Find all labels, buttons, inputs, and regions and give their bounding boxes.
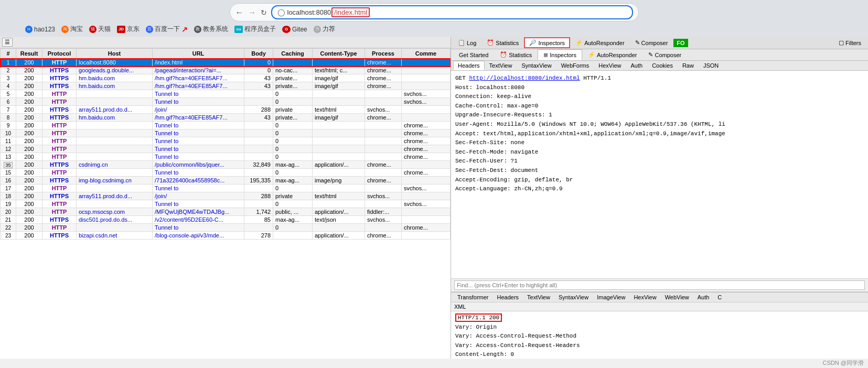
row-result: 200 — [16, 232, 42, 240]
row-content-type — [313, 169, 365, 177]
row-caching: private... — [273, 82, 313, 90]
row-caching: 0 — [273, 129, 313, 137]
secondary-tab-row: Get Started ⏰ Statistics ◼ Inspectors ⚡ … — [451, 49, 868, 61]
table-row[interactable]: 20200HTTPocsp.msocsp.com/MFQwUjBQME4wTDA… — [1, 208, 451, 216]
table-row[interactable]: 2200HTTPSgoogleads.g.double.../pagead/in… — [1, 67, 451, 74]
request-url-link[interactable]: http://localhost:8080/index.html — [469, 75, 580, 81]
insp-tab-syntaxview[interactable]: SyntaxView — [517, 61, 556, 70]
bookmark-tianmao[interactable]: 猫 天猫 — [89, 25, 111, 34]
reload-button[interactable]: ↻ — [261, 8, 267, 17]
row-result: 200 — [16, 177, 42, 185]
col-header-comment: Comme — [402, 49, 451, 59]
row-result: 200 — [16, 169, 42, 177]
table-row[interactable]: 22200HTTPTunnel to0chrome... — [1, 224, 451, 232]
toolbar-btn-1[interactable]: ☰ — [2, 38, 13, 47]
table-row[interactable]: 35200HTTPScsdnimg.cn/public/common/libs/… — [1, 161, 451, 169]
row-icon: 17 — [1, 185, 16, 192]
table-row[interactable]: 8200HTTPShm.baidu.com/hm.gif?hca=40EFE85… — [1, 114, 451, 122]
table-row[interactable]: 12200HTTPTunnel to0chrome... — [1, 145, 451, 153]
bottom-tab-textview[interactable]: TextView — [523, 293, 554, 302]
find-bar — [451, 278, 868, 292]
table-row[interactable]: 16200HTTPSimg-blog.csdnimg.cn/71a3226400… — [1, 177, 451, 185]
insp-tab-cookies[interactable]: Cookies — [647, 61, 678, 70]
insp-tab-json[interactable]: JSON — [699, 61, 723, 70]
table-row[interactable]: 23200HTTPSbizapi.csdn.net/blog-console-a… — [1, 232, 451, 240]
insp-tab-hexview[interactable]: HexView — [594, 61, 626, 70]
bottom-tab-imageview[interactable]: ImageView — [593, 293, 629, 302]
tab-filters[interactable]: ▢ Filters — [834, 38, 866, 48]
row-process: chrome... — [365, 74, 402, 82]
row-protocol: HTTPS — [42, 106, 77, 114]
col-header-host: Host — [77, 49, 153, 59]
bookmark-baidu[interactable]: 百 百度一下 ↗ — [146, 25, 188, 34]
back-button[interactable]: ← — [235, 8, 244, 17]
table-row[interactable]: 15200HTTPTunnel to0chrome... — [1, 169, 451, 177]
insp-tab-headers[interactable]: Headers — [453, 61, 485, 70]
bookmark-jwxt[interactable]: 教 教务系统 — [194, 25, 228, 34]
bookmark-jd[interactable]: JD 京东 — [117, 25, 140, 34]
bottom-tab-transformer[interactable]: Transformer — [453, 293, 493, 302]
row-caching: 0 — [273, 185, 313, 192]
request-table-wrapper[interactable]: # Result Protocol Host URL Body Caching … — [0, 48, 451, 359]
tab-fo[interactable]: FO — [673, 39, 688, 47]
row-comment — [402, 161, 451, 169]
tab-statistics-2[interactable]: ⏰ Statistics — [494, 49, 538, 60]
bottom-tab-hexview[interactable]: HexView — [629, 293, 660, 302]
table-row[interactable]: 4200HTTPShm.baidu.com/hm.gif?hca=40EFE85… — [1, 82, 451, 90]
find-input[interactable] — [454, 280, 865, 290]
table-row[interactable]: 11200HTTPTunnel to0chrome... — [1, 137, 451, 145]
table-row[interactable]: 7200HTTPSarray511.prod.do.d.../join/288p… — [1, 106, 451, 114]
row-comment: svchos... — [402, 98, 451, 106]
row-content-type: image/gif — [313, 74, 365, 82]
table-row[interactable]: 19200HTTPTunnel to0svchos... — [1, 200, 451, 208]
tab-inspectors-2[interactable]: ◼ Inspectors — [538, 49, 582, 60]
row-content-type: application/... — [313, 161, 365, 169]
row-comment — [402, 192, 451, 200]
bottom-tab-syntaxview[interactable]: SyntaxView — [554, 293, 593, 302]
table-row[interactable]: 1200HTTPlocalhost:8080/index.html0chrome… — [1, 59, 451, 67]
table-row[interactable]: 21200HTTPSdisc501.prod.do.ds.../v2/conte… — [1, 216, 451, 224]
bookmark-lijian[interactable]: 力 力荐 — [314, 25, 335, 34]
table-row[interactable]: 5200HTTPTunnel to0svchos... — [1, 90, 451, 98]
row-url: /public/common/libs/jquer... — [153, 161, 244, 169]
right-pane: 📋 Log ⏰ Statistics 🔎 Inspectors ⚡ AutoRe… — [451, 37, 868, 359]
insp-tab-raw[interactable]: Raw — [678, 61, 699, 70]
bottom-tab-auth[interactable]: Auth — [693, 293, 714, 302]
tab-composer-2[interactable]: ✎ Composer — [642, 49, 687, 60]
bookmark-gitee[interactable]: G Gitee — [282, 26, 307, 33]
row-caching: private... — [273, 114, 313, 122]
tab-composer[interactable]: ✎ Composer — [630, 38, 673, 48]
bottom-tab-headers[interactable]: Headers — [493, 293, 523, 302]
table-row[interactable]: 9200HTTPTunnel to0chrome... — [1, 122, 451, 129]
header-line-3: Connection: keep-alive — [455, 92, 864, 102]
insp-tab-auth[interactable]: Auth — [626, 61, 648, 70]
table-row[interactable]: 17200HTTPTunnel to0svchos... — [1, 185, 451, 192]
inspectors-icon-2: ◼ — [543, 51, 548, 58]
tab-autoresponder[interactable]: ⚡ AutoResponder — [571, 38, 629, 48]
row-caching: no-cac... — [273, 67, 313, 74]
table-row[interactable]: 18200HTTPSarray511.prod.do.d.../join/288… — [1, 192, 451, 200]
row-comment: chrome... — [402, 153, 451, 161]
row-caching: 0 — [273, 90, 313, 98]
table-row[interactable]: 10200HTTPTunnel to0chrome... — [1, 129, 451, 137]
row-caching: 0 — [273, 122, 313, 129]
bookmark-cxybox[interactable]: cu 程序员盒子 — [234, 25, 276, 34]
bottom-tab-c[interactable]: C — [713, 293, 726, 302]
tab-log[interactable]: 📋 Log — [453, 38, 481, 48]
table-row[interactable]: 6200HTTPTunnel to0svchos... — [1, 98, 451, 106]
tab-autoresponder-2[interactable]: ⚡ AutoResponder — [582, 49, 642, 60]
row-protocol: HTTP — [42, 59, 77, 67]
row-body: 32,849 — [244, 161, 273, 169]
tab-get-started[interactable]: Get Started — [453, 50, 494, 60]
tab-inspectors[interactable]: 🔎 Inspectors — [524, 38, 570, 48]
insp-tab-textview[interactable]: TextView — [485, 61, 517, 70]
tab-statistics[interactable]: ⏰ Statistics — [482, 38, 523, 48]
row-protocol: HTTPS — [42, 161, 77, 169]
bookmark-taobao[interactable]: 淘 淘宝 — [61, 25, 83, 34]
table-row[interactable]: 3200HTTPShm.baidu.com/hm.gif?hca=40EFE85… — [1, 74, 451, 82]
table-row[interactable]: 13200HTTPTunnel to0chrome... — [1, 153, 451, 161]
insp-tab-webforms[interactable]: WebForms — [556, 61, 594, 70]
bookmark-hao123[interactable]: H hao123 — [25, 26, 55, 33]
forward-button[interactable]: → — [248, 8, 256, 17]
bottom-tab-webview[interactable]: WebView — [661, 293, 693, 302]
